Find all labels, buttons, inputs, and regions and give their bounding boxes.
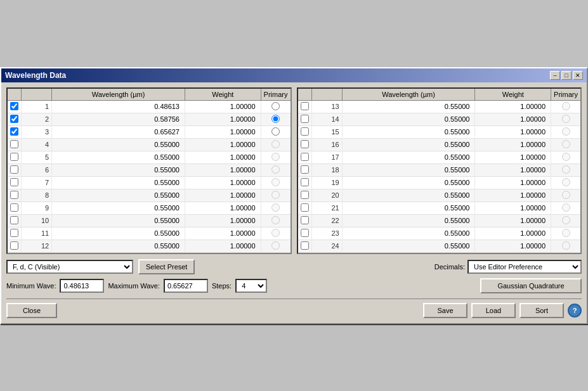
left-row-wavelength: 0.55000 xyxy=(52,240,185,252)
main-window: Wavelength Data – □ ✕ Wavelength (µm) We… xyxy=(0,67,588,324)
right-row-weight: 1.00000 xyxy=(475,125,551,138)
right-row-primary-radio[interactable] xyxy=(562,165,570,174)
right-row-primary-radio[interactable] xyxy=(562,216,570,224)
max-wave-input[interactable] xyxy=(164,279,208,293)
minimize-button[interactable]: – xyxy=(550,71,560,80)
left-row-primary-radio[interactable] xyxy=(271,115,280,123)
left-row-weight: 1.00000 xyxy=(185,163,261,176)
right-row-primary-radio[interactable] xyxy=(562,229,570,237)
left-row-weight: 1.00000 xyxy=(185,176,261,189)
right-row-checkbox[interactable] xyxy=(301,127,309,136)
right-row-primary-radio[interactable] xyxy=(562,102,570,110)
min-wave-input[interactable] xyxy=(60,279,104,293)
left-row-primary-radio[interactable] xyxy=(271,203,280,212)
left-row-checkbox[interactable] xyxy=(10,216,18,224)
close-button[interactable]: ✕ xyxy=(573,71,583,80)
restore-button[interactable]: □ xyxy=(561,71,572,80)
left-row-primary-cell xyxy=(261,113,290,125)
separator xyxy=(6,298,582,299)
right-row-primary-cell xyxy=(551,100,580,113)
right-row-checkbox-cell xyxy=(298,227,312,240)
right-row-checkbox[interactable] xyxy=(301,153,309,161)
preset-dropdown[interactable]: F, d, C (Visible) Option 2 Option 3 xyxy=(6,260,133,274)
right-row-weight: 1.00000 xyxy=(475,176,551,189)
steps-dropdown[interactable]: 4 1 2 3 5 6 7 8 xyxy=(235,279,267,293)
left-row-weight: 1.00000 xyxy=(185,189,261,202)
left-row-checkbox[interactable] xyxy=(10,191,18,199)
right-row-wavelength: 0.55000 xyxy=(342,214,475,227)
row2-left: Minimum Wave: Maximum Wave: Steps: 4 1 2… xyxy=(6,279,267,293)
left-row-wavelength: 0.48613 xyxy=(52,100,185,113)
steps-label: Steps: xyxy=(212,282,232,290)
left-row-checkbox[interactable] xyxy=(10,241,18,250)
right-row-primary-radio[interactable] xyxy=(562,178,570,186)
left-row-weight: 1.00000 xyxy=(185,240,261,252)
right-row-primary-radio[interactable] xyxy=(562,203,570,212)
left-row-checkbox[interactable] xyxy=(10,127,18,136)
right-row-checkbox[interactable] xyxy=(301,140,309,148)
right-row-checkbox[interactable] xyxy=(301,229,309,237)
right-row-primary-radio[interactable] xyxy=(562,153,570,161)
left-row-primary-radio[interactable] xyxy=(271,153,280,161)
decimals-dropdown[interactable]: Use Editor Preference 0 1 2 3 4 5 6 xyxy=(467,260,582,274)
right-row-checkbox[interactable] xyxy=(301,216,309,224)
tables-row: Wavelength (µm) Weight Primary 1 0.48613… xyxy=(6,87,582,254)
left-row-checkbox[interactable] xyxy=(10,153,18,161)
right-table-row: 17 0.55000 1.00000 xyxy=(298,151,581,163)
left-row-idx: 10 xyxy=(22,214,52,227)
left-row-primary-radio[interactable] xyxy=(271,140,280,148)
right-col-weight: Weight xyxy=(475,89,551,101)
left-row-checkbox[interactable] xyxy=(10,178,18,186)
left-row-checkbox-cell xyxy=(8,240,22,252)
left-row-checkbox[interactable] xyxy=(10,115,18,123)
right-row-idx: 18 xyxy=(311,163,342,176)
left-row-checkbox[interactable] xyxy=(10,140,18,148)
right-row-checkbox[interactable] xyxy=(301,203,309,212)
gaussian-quadrature-button[interactable]: Gaussian Quadrature xyxy=(480,278,582,293)
left-row-checkbox[interactable] xyxy=(10,203,18,212)
left-row-primary-cell xyxy=(261,163,290,176)
left-row-primary-radio[interactable] xyxy=(271,229,280,237)
left-row-checkbox-cell xyxy=(8,189,22,202)
left-row-primary-cell xyxy=(261,202,290,214)
right-row-checkbox[interactable] xyxy=(301,241,309,250)
left-table-wrapper: Wavelength (µm) Weight Primary 1 0.48613… xyxy=(6,87,292,254)
left-row-primary-radio[interactable] xyxy=(271,191,280,199)
right-row-idx: 23 xyxy=(311,227,342,240)
right-row-primary-radio[interactable] xyxy=(562,191,570,199)
left-row-primary-radio[interactable] xyxy=(271,241,280,250)
right-row-primary-radio[interactable] xyxy=(562,115,570,123)
right-row-primary-radio[interactable] xyxy=(562,127,570,136)
right-row-checkbox[interactable] xyxy=(301,178,309,186)
left-row-primary-radio[interactable] xyxy=(271,178,280,186)
save-button[interactable]: Save xyxy=(423,303,467,318)
left-row-weight: 1.00000 xyxy=(185,214,261,227)
select-preset-button[interactable]: Select Preset xyxy=(138,259,195,274)
right-row-checkbox[interactable] xyxy=(301,115,309,123)
right-table-row: 16 0.55000 1.00000 xyxy=(298,138,581,151)
right-row-primary-radio[interactable] xyxy=(562,241,570,250)
left-table-row: 10 0.55000 1.00000 xyxy=(8,214,291,227)
right-row-primary-radio[interactable] xyxy=(562,140,570,148)
left-row-primary-radio[interactable] xyxy=(271,165,280,174)
left-table-row: 9 0.55000 1.00000 xyxy=(8,202,291,214)
right-row-wavelength: 0.55000 xyxy=(342,100,475,113)
left-row-primary-radio[interactable] xyxy=(271,127,280,136)
help-button[interactable]: ? xyxy=(568,304,582,317)
left-row-primary-radio[interactable] xyxy=(271,102,280,110)
left-row-idx: 8 xyxy=(22,189,52,202)
decimals-group: Decimals: Use Editor Preference 0 1 2 3 … xyxy=(434,260,582,274)
left-row-checkbox[interactable] xyxy=(10,229,18,237)
left-row-wavelength: 0.55000 xyxy=(52,189,185,202)
left-row-checkbox[interactable] xyxy=(10,102,18,110)
left-row-primary-radio[interactable] xyxy=(271,216,280,224)
left-row-wavelength: 0.55000 xyxy=(52,227,185,240)
load-button[interactable]: Load xyxy=(471,303,516,318)
right-row-checkbox[interactable] xyxy=(301,165,309,174)
sort-button[interactable]: Sort xyxy=(519,303,564,318)
close-button-bottom[interactable]: Close xyxy=(6,303,57,318)
right-row-checkbox[interactable] xyxy=(301,102,309,110)
left-row-checkbox[interactable] xyxy=(10,165,18,174)
right-row-checkbox-cell xyxy=(298,214,312,227)
right-row-checkbox[interactable] xyxy=(301,191,309,199)
